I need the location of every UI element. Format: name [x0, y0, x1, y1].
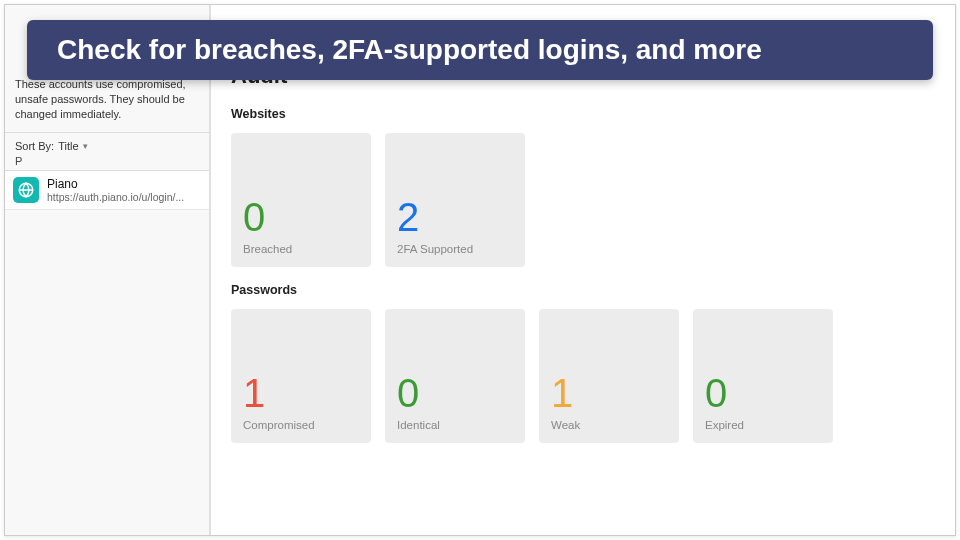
tile-label: Identical — [397, 419, 513, 431]
main-panel: Audit Websites 0 Breached 2 2FA Supporte… — [211, 5, 955, 535]
sidebar: These accounts use compromised, unsafe p… — [5, 5, 211, 535]
tile-weak[interactable]: 1 Weak — [539, 309, 679, 443]
tile-breached[interactable]: 0 Breached — [231, 133, 371, 267]
tile-label: 2FA Supported — [397, 243, 513, 255]
passwords-tiles: 1 Compromised 0 Identical 1 Weak 0 Expir… — [231, 309, 935, 443]
tile-value: 2 — [397, 197, 513, 237]
globe-icon — [13, 177, 39, 203]
app-body: These accounts use compromised, unsafe p… — [5, 5, 955, 535]
sort-by-control[interactable]: Sort By: Title ▾ — [5, 133, 209, 155]
tile-identical[interactable]: 0 Identical — [385, 309, 525, 443]
tile-2fa-supported[interactable]: 2 2FA Supported — [385, 133, 525, 267]
list-item-subtitle: https://auth.piano.io/u/login/... — [47, 191, 201, 203]
tile-label: Weak — [551, 419, 667, 431]
tile-label: Compromised — [243, 419, 359, 431]
websites-tiles: 0 Breached 2 2FA Supported — [231, 133, 935, 267]
tile-value: 1 — [551, 373, 667, 413]
tile-value: 0 — [243, 197, 359, 237]
sidebar-description: These accounts use compromised, unsafe p… — [5, 77, 209, 133]
app-frame: These accounts use compromised, unsafe p… — [4, 4, 956, 536]
section-label-websites: Websites — [231, 107, 935, 121]
list-item-title: Piano — [47, 177, 201, 191]
sort-by-prefix: Sort By: — [15, 140, 54, 152]
tile-expired[interactable]: 0 Expired — [693, 309, 833, 443]
chevron-down-icon: ▾ — [83, 141, 88, 151]
list-item-text: Piano https://auth.piano.io/u/login/... — [47, 177, 201, 203]
group-letter: P — [5, 155, 209, 171]
tile-label: Breached — [243, 243, 359, 255]
tile-compromised[interactable]: 1 Compromised — [231, 309, 371, 443]
sort-by-value: Title — [58, 140, 78, 152]
section-label-passwords: Passwords — [231, 283, 935, 297]
tile-label: Expired — [705, 419, 821, 431]
tile-value: 0 — [705, 373, 821, 413]
tile-value: 0 — [397, 373, 513, 413]
list-item[interactable]: Piano https://auth.piano.io/u/login/... — [5, 171, 209, 210]
overlay-banner: Check for breaches, 2FA-supported logins… — [27, 20, 933, 80]
tile-value: 1 — [243, 373, 359, 413]
